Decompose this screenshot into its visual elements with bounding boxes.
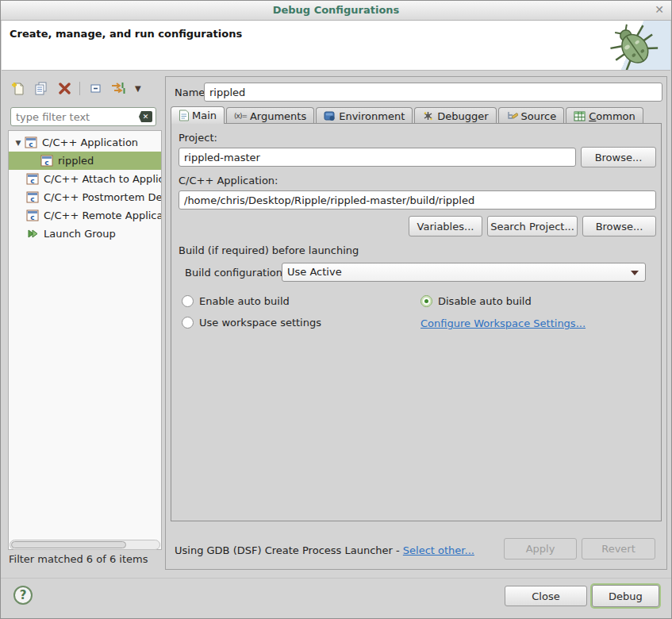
- build-section-label: Build (if required) before launching: [179, 244, 359, 256]
- combo-dropdown-icon: [631, 271, 639, 275]
- tree-item-rippled[interactable]: c rippled: [9, 152, 161, 170]
- radio-selected-icon[interactable]: [420, 295, 432, 307]
- tree-item-cpp-postmortem[interactable]: c C/C++ Postmortem Debugger: [9, 188, 161, 206]
- revert-button[interactable]: Revert: [582, 538, 655, 559]
- dialog-description: Create, manage, and run configurations: [10, 28, 242, 40]
- tab-label: Debugger: [437, 110, 488, 122]
- debug-bug-icon: [602, 22, 664, 70]
- tab-label: Common: [589, 110, 636, 122]
- svg-text:c: c: [30, 195, 34, 203]
- svg-text:c: c: [29, 140, 33, 148]
- configurations-toolbar: ▼: [10, 79, 143, 97]
- cpp-application-label: C/C++ Application:: [179, 175, 278, 186]
- search-project-button[interactable]: Search Project...: [487, 216, 578, 236]
- radio-use-workspace-settings[interactable]: Use workspace settings: [182, 317, 321, 329]
- name-input[interactable]: [204, 83, 662, 102]
- radio-label: Use workspace settings: [199, 317, 321, 329]
- filter-input[interactable]: [10, 107, 156, 126]
- browse-application-button[interactable]: Browse...: [582, 216, 656, 236]
- collapse-all-icon[interactable]: [87, 80, 103, 96]
- expander-down-icon[interactable]: ▼: [12, 139, 25, 147]
- project-input[interactable]: [179, 148, 576, 167]
- main-tab-file-icon: [179, 110, 189, 121]
- window-title: Debug Configurations: [1, 1, 671, 20]
- launch-group-icon: [26, 228, 39, 240]
- title-bar: Debug Configurations ✕: [1, 1, 671, 21]
- tree-item-label: C/C++ Attach to Application: [44, 173, 161, 185]
- build-configuration-value: Use Active: [287, 266, 342, 278]
- tree-item-label: C/C++ Application: [42, 136, 138, 148]
- tree-item-cpp-application[interactable]: ▼ c C/C++ Application: [9, 133, 161, 152]
- tree-horizontal-scrollbar[interactable]: [10, 540, 160, 550]
- tab-label: Source: [521, 110, 557, 122]
- toolbar-menu-dropdown-icon[interactable]: ▼: [133, 84, 143, 93]
- arguments-icon: (x)=: [234, 112, 247, 120]
- tab-environment[interactable]: Environment: [316, 107, 413, 124]
- debug-configurations-dialog: Debug Configurations ✕ Create, manage, a…: [0, 0, 672, 619]
- window-close-icon[interactable]: ✕: [655, 3, 664, 16]
- launcher-info: Using GDB (DSF) Create Process Launcher …: [175, 544, 474, 556]
- tree-item-label: rippled: [58, 155, 94, 167]
- radio-disable-auto-build[interactable]: Disable auto build: [420, 295, 532, 307]
- filter-status-text: Filter matched 6 of 6 items: [9, 553, 148, 565]
- build-configuration-label: Build configuration:: [185, 267, 286, 279]
- build-configuration-select[interactable]: Use Active: [282, 263, 646, 282]
- filter-configurations-icon[interactable]: [110, 80, 126, 96]
- tree-item-cpp-remote[interactable]: c C/C++ Remote Application: [9, 206, 161, 225]
- c-application-icon: c: [26, 210, 39, 221]
- tab-label: Main: [192, 110, 217, 121]
- select-other-link[interactable]: Select other...: [403, 544, 474, 556]
- close-button[interactable]: Close: [505, 586, 587, 606]
- tab-bar: Main (x)= Arguments Environment: [171, 106, 645, 124]
- filter-field-wrap: ✕: [10, 107, 156, 126]
- footer-divider: [1, 578, 671, 579]
- debugger-icon: [422, 110, 434, 121]
- tab-debugger[interactable]: Debugger: [414, 107, 496, 124]
- radio-label: Disable auto build: [438, 295, 532, 307]
- new-configuration-icon[interactable]: [10, 80, 26, 96]
- apply-button[interactable]: Apply: [504, 538, 577, 559]
- c-application-icon: c: [26, 173, 39, 185]
- common-table-icon: [574, 111, 586, 121]
- launcher-text: Using GDB (DSF) Create Process Launcher …: [175, 544, 403, 556]
- c-application-icon: c: [25, 136, 37, 148]
- help-icon[interactable]: ?: [13, 586, 33, 605]
- c-application-icon: c: [40, 155, 53, 167]
- debug-button[interactable]: Debug: [592, 585, 659, 607]
- main-tab-content: Project: Browse... C/C++ Application: Va…: [171, 123, 662, 521]
- project-label: Project:: [179, 132, 217, 144]
- tab-label: Arguments: [250, 110, 306, 122]
- tree-item-label: C/C++ Postmortem Debugger: [44, 191, 161, 203]
- tab-label: Environment: [339, 110, 405, 122]
- filter-clear-icon[interactable]: ✕: [139, 111, 152, 122]
- c-application-icon: c: [26, 191, 39, 203]
- tab-source[interactable]: Source: [498, 107, 565, 124]
- tree-item-cpp-attach[interactable]: c C/C++ Attach to Application: [9, 170, 161, 188]
- tab-arguments[interactable]: (x)= Arguments: [226, 107, 314, 124]
- radio-icon[interactable]: [182, 295, 194, 307]
- radio-icon[interactable]: [182, 317, 194, 329]
- cpp-application-input[interactable]: [179, 190, 656, 210]
- tree-item-launch-group[interactable]: Launch Group: [9, 225, 161, 243]
- svg-text:c: c: [30, 213, 34, 221]
- dialog-header: Create, manage, and run configurations: [2, 21, 670, 71]
- svg-text:c: c: [44, 159, 48, 167]
- environment-icon: [324, 110, 336, 121]
- variables-button[interactable]: Variables...: [409, 216, 482, 236]
- svg-text:c: c: [30, 177, 34, 185]
- radio-enable-auto-build[interactable]: Enable auto build: [182, 295, 290, 307]
- tree-item-label: C/C++ Remote Application: [44, 210, 161, 221]
- browse-project-button[interactable]: Browse...: [581, 147, 656, 167]
- duplicate-configuration-icon[interactable]: [33, 80, 49, 96]
- configure-workspace-settings-link[interactable]: Configure Workspace Settings...: [420, 317, 586, 329]
- delete-configuration-icon[interactable]: [56, 80, 72, 96]
- configurations-tree: ▼ c C/C++ Application c rippled: [8, 130, 162, 550]
- scrollbar-thumb[interactable]: [11, 541, 126, 548]
- configuration-editor-panel: Name: Main (x)= Arguments: [165, 76, 667, 570]
- tab-main[interactable]: Main: [171, 106, 225, 124]
- tab-common[interactable]: Common: [566, 107, 643, 124]
- tree-item-label: Launch Group: [44, 228, 116, 240]
- radio-label: Enable auto build: [199, 295, 290, 307]
- source-icon: [506, 110, 518, 121]
- toolbar-separator: [79, 82, 80, 95]
